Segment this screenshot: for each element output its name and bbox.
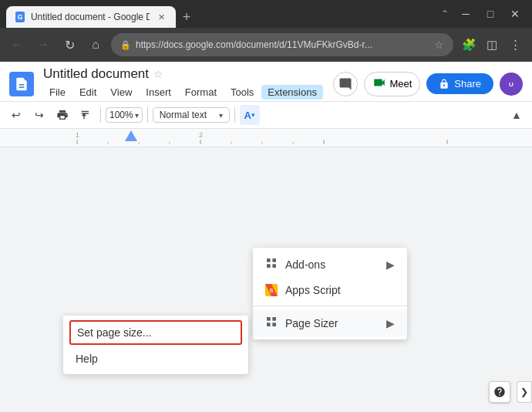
address-bar: ← → ↻ ⌂ 🔒 https://docs.google.com/docume… (0, 28, 532, 62)
apps-script-label: Apps Script (285, 284, 341, 296)
add-ons-label: Add-ons (285, 258, 325, 271)
highlight-button[interactable]: A ▾ (240, 105, 260, 125)
add-ons-arrow-icon: ▶ (386, 258, 395, 271)
menu-extensions[interactable]: Extensions (261, 85, 323, 100)
meet-button[interactable]: Meet (364, 72, 420, 96)
print-button[interactable] (52, 105, 72, 125)
toolbar-divider-2 (147, 107, 148, 123)
comment-button[interactable] (333, 72, 358, 96)
zoom-control[interactable]: 100% ▾ (106, 107, 143, 123)
set-page-size-dropdown: Set page size... Help (63, 316, 248, 374)
undo-button[interactable]: ↩ (6, 105, 26, 125)
page-sizer-item[interactable]: Page Sizer ▶ (253, 309, 407, 336)
tab-bar: G Untitled document - Google Doc... ✕ + (6, 0, 435, 28)
toolbar-divider-3 (234, 107, 235, 123)
highlight-arrow-icon: ▾ (251, 111, 255, 119)
docs-title: Untitled document ☆ (43, 66, 327, 82)
browser-frame: G Untitled document - Google Doc... ✕ + … (0, 0, 532, 412)
home-button[interactable]: ⌂ (85, 34, 106, 56)
menu-format[interactable]: Format (179, 85, 223, 100)
user-avatar[interactable]: U (500, 73, 523, 96)
new-tab-button[interactable]: + (176, 6, 197, 28)
menu-edit[interactable]: Edit (73, 85, 103, 100)
tab-title: Untitled document - Google Doc... (31, 12, 150, 22)
window-controls: ─ □ ✕ (455, 3, 526, 25)
page-sizer-label: Page Sizer (285, 317, 338, 329)
zoom-value: 100% (109, 110, 133, 120)
svg-text:2: 2 (199, 131, 203, 139)
help-label: Help (76, 353, 98, 365)
url-bar[interactable]: 🔒 https://docs.google.com/document/d/11V… (111, 33, 453, 56)
docs-top-right: Meet Share U (333, 72, 523, 96)
bookmark-star-icon[interactable]: ☆ (434, 39, 444, 51)
apps-script-item[interactable]: S Apps Script (253, 278, 407, 302)
set-page-size-item[interactable]: Set page size... (69, 320, 242, 345)
paint-format-button[interactable] (76, 105, 96, 125)
refresh-button[interactable]: ↻ (59, 34, 80, 56)
docs-area: Untitled document ☆ File Edit View Inser… (0, 62, 532, 412)
svg-rect-17 (267, 258, 271, 262)
svg-rect-26 (267, 323, 271, 326)
page-sizer-icon (265, 316, 278, 330)
svg-rect-20 (272, 264, 276, 268)
style-selector[interactable]: Normal text ▾ (153, 107, 230, 123)
svg-rect-18 (272, 258, 276, 262)
minimize-button[interactable]: ─ (455, 3, 476, 25)
maximize-button[interactable]: □ (480, 3, 501, 25)
menu-insert[interactable]: Insert (140, 85, 177, 100)
svg-rect-25 (272, 317, 276, 321)
extensions-icon[interactable]: 🧩 (458, 34, 480, 56)
docs-topbar: Untitled document ☆ File Edit View Inser… (0, 62, 532, 102)
menu-tools[interactable]: Tools (224, 85, 260, 100)
active-tab[interactable]: G Untitled document - Google Doc... ✕ (6, 6, 176, 28)
svg-rect-19 (267, 264, 271, 268)
collapse-toolbar-button[interactable]: ▲ (507, 106, 526, 124)
style-value: Normal text (160, 110, 216, 120)
highlight-label: A (244, 110, 251, 121)
apps-script-icon: S (265, 284, 278, 296)
chevron-up-icon: ⌃ (441, 8, 449, 19)
tab-close-button[interactable]: ✕ (156, 11, 167, 23)
svg-text:S: S (270, 287, 274, 294)
explore-button[interactable] (489, 381, 510, 403)
toolbar-icons: 🧩 ◫ ⋮ (458, 34, 526, 56)
back-button[interactable]: ← (6, 34, 28, 56)
lock-icon: 🔒 (120, 40, 131, 50)
more-options-icon[interactable]: ⋮ (504, 34, 526, 56)
menu-file[interactable]: File (43, 85, 72, 100)
extensions-dropdown: Add-ons ▶ S Apps Script (253, 248, 407, 339)
page-sizer-arrow-icon: ▶ (386, 317, 395, 329)
set-page-size-label: Set page size... (77, 326, 152, 339)
collapse-sidebar-button[interactable]: ❯ (517, 381, 532, 403)
svg-text:U: U (509, 81, 513, 88)
forward-button[interactable]: → (32, 34, 54, 56)
title-bar: G Untitled document - Google Doc... ✕ + … (0, 0, 532, 28)
svg-text:1: 1 (76, 131, 79, 139)
url-icons: ☆ (434, 39, 444, 51)
svg-rect-24 (267, 317, 271, 321)
style-arrow-icon: ▾ (219, 111, 223, 120)
tab-favicon: G (15, 12, 25, 22)
meet-icon (372, 76, 386, 93)
docs-menubar: File Edit View Insert Format Tools Exten… (43, 82, 327, 101)
redo-button[interactable]: ↪ (29, 105, 49, 125)
docs-toolbar: ↩ ↪ 100% ▾ Normal text ▾ A ▾ (0, 102, 532, 129)
help-item[interactable]: Help (63, 346, 248, 371)
svg-rect-27 (272, 323, 276, 326)
url-text: https://docs.google.com/document/d/11VMu… (136, 39, 429, 50)
toolbar-right: ▲ (507, 106, 526, 124)
docs-title-area: Untitled document ☆ File Edit View Inser… (43, 66, 327, 101)
document-title-text[interactable]: Untitled document (43, 66, 149, 82)
add-ons-icon (265, 257, 278, 272)
docs-logo (9, 72, 34, 96)
add-ons-item[interactable]: Add-ons ▶ (253, 251, 407, 278)
extensions-divider (253, 306, 407, 306)
toolbar-divider-1 (100, 107, 101, 123)
share-button[interactable]: Share (426, 73, 493, 94)
close-button[interactable]: ✕ (504, 3, 526, 25)
ruler: 1 2 (0, 129, 532, 147)
docs-main: Add-ons ▶ S Apps Script (0, 147, 532, 412)
menu-view[interactable]: View (104, 85, 138, 100)
profile-icon[interactable]: ◫ (481, 34, 503, 56)
star-icon[interactable]: ☆ (153, 68, 163, 80)
